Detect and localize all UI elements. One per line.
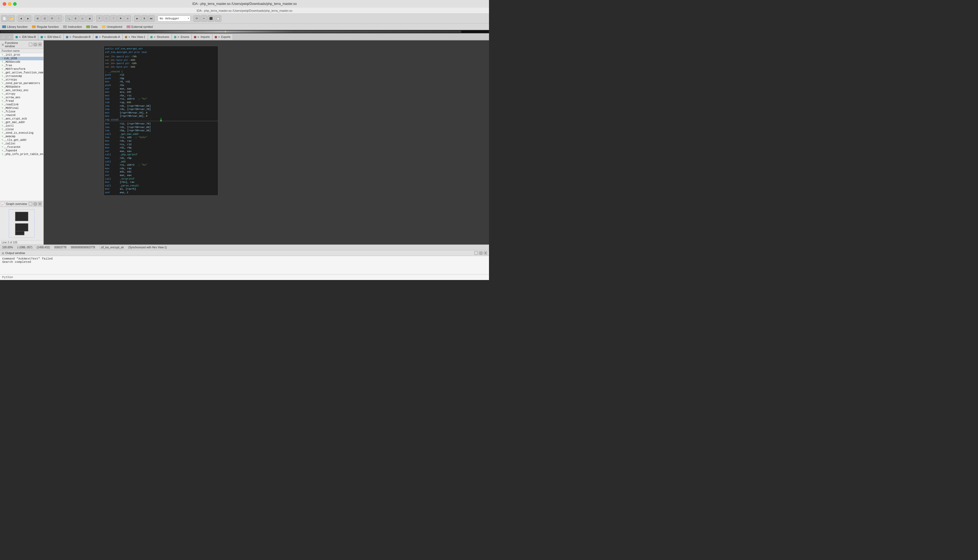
open-btn[interactable]: 📂 (8, 15, 15, 22)
output-float-btn[interactable]: ◯ (479, 251, 483, 255)
content-area[interactable]: public zif_tos_encrypt_str zif_tos_encry… (44, 40, 489, 245)
func-tls-get[interactable]: ⌥ __tls_get_addr (0, 138, 43, 142)
tab-enums-icon (174, 36, 176, 38)
func-md5decode[interactable]: ⌥ _MD5Decode (0, 60, 43, 64)
func-zend-is-exec[interactable]: ⌥ _zend_is_executing (0, 131, 43, 135)
func-readlink[interactable]: ⌥ _readlink (0, 103, 43, 107)
graph-canvas[interactable] (0, 207, 43, 240)
btn14[interactable]: ⚑ (117, 15, 124, 22)
tab-close-pseudo-a[interactable]: ✕ (99, 36, 101, 38)
func-strcasecmp[interactable]: ⌥ _strcasecmp (0, 75, 43, 78)
dbg-btn3[interactable]: ⬛ (208, 15, 214, 22)
func-fclose[interactable]: ⌥ _fclose (0, 110, 43, 113)
new-btn[interactable]: 📄 (1, 15, 8, 22)
asm2-and-eax: and eax, 2 (105, 191, 217, 195)
func-free[interactable]: ⌥ _free (0, 64, 43, 67)
btn12[interactable]: ↓ (103, 15, 110, 22)
func-strncpy[interactable]: ⌥ _strncpy (0, 78, 43, 82)
func-strcpy[interactable]: ⌥ _strcpy (0, 92, 43, 96)
func-ioctl[interactable]: ⌥ _ioctl (0, 124, 43, 128)
btn9[interactable]: ▷ (79, 15, 86, 22)
back-btn[interactable]: ◀ (18, 15, 24, 22)
close-button[interactable] (3, 2, 6, 6)
btn5[interactable]: ⟲ (48, 15, 55, 22)
func-calloc[interactable]: ⌥ _calloc (0, 142, 43, 145)
function-list[interactable]: ⌥ _init_proc ⌥ sub_1630 ⌥ _MD5Decode ⌥ _… (0, 53, 43, 201)
func-memcmp[interactable]: ⌥ _memcmp (0, 135, 43, 138)
tab-close-struct[interactable]: ✕ (153, 36, 156, 38)
panel-float-btn[interactable]: ◯ (33, 43, 37, 47)
step-btn[interactable]: ⏭ (148, 15, 155, 22)
dbg-btn4[interactable]: 📋 (215, 15, 221, 22)
func-rewind[interactable]: ⌥ _rewind (0, 113, 43, 117)
tab-close-hex1[interactable]: ✕ (128, 36, 130, 38)
tab-ida-view-b[interactable]: ✕ IDA View-B (13, 34, 38, 40)
panel-controls[interactable]: ⬜ ◯ ✕ (29, 43, 42, 47)
tab-structures[interactable]: ✕ Structures (148, 34, 172, 40)
func-init-proc[interactable]: ⌥ _init_proc (0, 53, 43, 57)
output-controls[interactable]: ⬜ ◯ ✕ (474, 251, 487, 255)
btn15[interactable]: ✕ (125, 15, 131, 22)
pause-btn[interactable]: ⏸ (141, 15, 148, 22)
func-fread[interactable]: ⌥ _fread (0, 99, 43, 103)
tab-hex-view-1[interactable]: ✕ Hex View-1 (123, 34, 148, 40)
func-zend-parse[interactable]: ⌥ _zend_parse_parameters (0, 82, 43, 85)
tab-imports[interactable]: ✕ Imports (192, 34, 212, 40)
func-fxstat64[interactable]: ⌥ __fxstat64 (0, 145, 43, 149)
debugger-dropdown[interactable]: No debugger ▾ (158, 15, 190, 22)
dbg-btn1[interactable]: ⟳ (193, 15, 200, 22)
tab-nav-left[interactable]: ◀ (0, 34, 7, 40)
tab-exports[interactable]: ✕ Exports (212, 34, 233, 40)
btn11[interactable]: + (96, 15, 103, 22)
func-aes-setkey[interactable]: ⌥ _aes_setkey_enc (0, 89, 43, 92)
panel-close-btn[interactable]: ✕ (38, 43, 42, 47)
tab-close-imports[interactable]: ✕ (197, 36, 200, 38)
graph-close-btn[interactable]: ✕ (38, 202, 42, 206)
tab-close-ida-c[interactable]: ✕ (44, 36, 46, 38)
output-close-btn[interactable]: ✕ (483, 251, 487, 255)
tab-close-pseudo-b[interactable]: ✕ (69, 36, 72, 38)
func-sub-1630[interactable]: ⌥ sub_1630 (0, 57, 43, 60)
func-fopen64[interactable]: ⌥ _fopen64 (0, 149, 43, 153)
tab-nav-right[interactable]: ▶ (7, 34, 13, 40)
graph-restore-btn[interactable]: ⬜ (29, 202, 32, 206)
minimize-button[interactable] (8, 2, 12, 6)
tab-ida-view-c[interactable]: ✕ IDA View-C (38, 34, 63, 40)
graph-float-btn[interactable]: ◯ (33, 202, 37, 206)
btn6[interactable]: ↕ (56, 15, 62, 22)
func-screw-aes[interactable]: ⌥ _screw_aes (0, 96, 43, 99)
asm2-mov-rbx-rax: mov [rbx], rax (105, 181, 217, 184)
asm2-lea-rdi: lea rdi, [rsp+78h+var_60] (105, 126, 217, 129)
btn13[interactable]: ↑ (110, 15, 117, 22)
forward-btn[interactable]: ▶ (25, 15, 32, 22)
func-md5update[interactable]: ⌥ _MD5Update (0, 85, 43, 89)
btn10[interactable]: ◉ (87, 15, 93, 22)
asm-mov-var60: mov [rsp+78h+var_60], 0 (105, 115, 217, 118)
panel-restore-btn[interactable]: ⬜ (29, 43, 32, 47)
tab-close-enums[interactable]: ✕ (177, 36, 180, 38)
tab-close-ida-b[interactable]: ✕ (19, 36, 21, 38)
dbg-btn2[interactable]: ➡ (201, 15, 207, 22)
output-restore-btn[interactable]: ⬜ (474, 251, 478, 255)
func-close[interactable]: ⌥ _close (0, 128, 43, 131)
traffic-lights[interactable] (3, 2, 17, 6)
tab-enums[interactable]: ✕ Enums (172, 34, 192, 40)
run-btn[interactable]: ▶ (134, 15, 140, 22)
func-md5final[interactable]: ⌥ _MD5Final (0, 107, 43, 110)
btn3[interactable]: ⊞ (34, 15, 41, 22)
tab-pseudocode-b[interactable]: ✕ Pseudocode-B (63, 34, 93, 40)
btn7[interactable]: 🔍 (65, 15, 72, 22)
maximize-button[interactable] (13, 2, 17, 6)
asm-lea-rdi: lea rdi, [rsp+78h+var_58] (105, 105, 217, 108)
func-get-mac[interactable]: ⌥ _get_mac_addr (0, 121, 43, 124)
tab-close-exports[interactable]: ✕ (218, 36, 220, 38)
btn4[interactable]: ⊡ (42, 15, 48, 22)
btn8[interactable]: ⚙ (72, 15, 79, 22)
func-php-info[interactable]: ⌥ _php_info_print_table_end (0, 153, 43, 156)
func-md5transform[interactable]: ⌥ _MD5Transform (0, 67, 43, 71)
func-get-active[interactable]: ⌥ _get_active_function_name (0, 71, 43, 75)
tab-pseudocode-a[interactable]: ✕ Pseudocode-A (93, 34, 123, 40)
graph-overview-controls[interactable]: ⬜ ◯ ✕ (29, 202, 42, 206)
svg-rect-0 (15, 212, 28, 221)
func-aes-crypt[interactable]: ⌥ _aes_crypt_ecb (0, 117, 43, 121)
